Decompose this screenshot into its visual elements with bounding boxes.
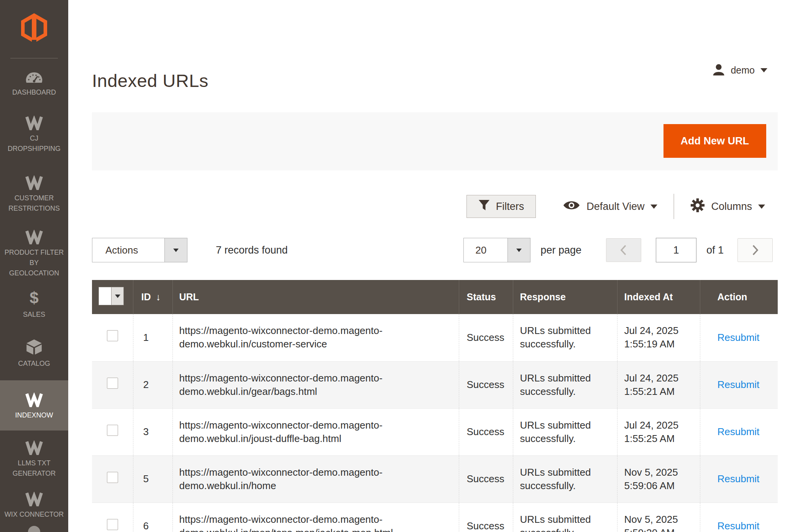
select-all-checkbox[interactable] [99,287,111,305]
row-checkbox[interactable] [107,519,118,530]
sidebar-item-llms-txt-generator[interactable]: LLMS TXT GENERATOR [0,438,68,479]
grid-view-toolbar: Filters Default View [466,193,765,220]
sidebar-item-wix-connector[interactable]: WIX CONNECTOR [0,489,68,520]
dollar-icon: $ [0,290,68,306]
resubmit-link[interactable]: Resubmit [718,379,760,390]
cell-status: Success [459,314,513,361]
cell-indexed-at: Nov 5, 2025 5:59:30 AM [617,503,700,532]
cell-url: https://magento-wixconnector-demo.magent… [172,361,459,408]
view-selector[interactable]: Default View [563,200,657,214]
row-checkbox[interactable] [107,378,118,389]
table-row: 6 https://magento-wixconnector-demo.mage… [92,503,778,532]
column-header-action[interactable]: Action [700,280,778,314]
filter-funnel-icon [478,200,490,214]
cell-id: 3 [133,408,172,455]
column-header-id[interactable]: ID ↓ [133,280,172,314]
cell-indexed-at: Jul 24, 2025 1:55:25 AM [617,408,700,455]
add-new-url-button[interactable]: Add New URL [663,124,767,158]
column-header-status[interactable]: Status [459,280,513,314]
magento-logo-icon[interactable] [21,13,47,45]
cell-status: Success [459,455,513,503]
row-checkbox[interactable] [107,330,118,341]
table-row: 2 https://magento-wixconnector-demo.mage… [92,361,778,408]
cell-indexed-at: Nov 5, 2025 5:59:06 AM [617,455,700,503]
column-header-indexed-at[interactable]: Indexed At [617,280,700,314]
dropdown-arrow [507,238,530,262]
sidebar-item-label: PRODUCT FILTER BY GEOLOCATION [4,247,64,278]
dropdown-arrow [164,238,187,262]
resubmit-link[interactable]: Resubmit [718,473,760,485]
filters-button[interactable]: Filters [466,195,536,218]
resubmit-link[interactable]: Resubmit [718,520,760,532]
per-page-value: 20 [464,238,507,262]
user-name: demo [731,65,755,76]
sidebar-item-label: WIX CONNECTOR [4,509,64,520]
sidebar-item-catalog[interactable]: CATALOG [0,339,68,369]
per-page-dropdown[interactable]: 20 [463,238,530,262]
sidebar-item-label: LLMS TXT GENERATOR [4,458,64,479]
grid-header-row: ID ↓ URL Status Response Indexed At Acti… [92,280,778,314]
select-all-dropdown[interactable] [99,287,124,305]
webkul-w-icon [0,113,68,130]
sidebar-item-product-filter-by-geolocation[interactable]: PRODUCT FILTER BY GEOLOCATION [0,228,68,278]
resubmit-link[interactable]: Resubmit [718,332,760,343]
actions-dropdown[interactable]: Actions [92,238,187,262]
sidebar-divider [10,58,58,59]
cell-url: https://magento-wixconnector-demo.magent… [172,314,459,361]
webkul-w-icon [0,489,68,506]
cell-status: Success [459,408,513,455]
cell-response: URLs submitted successfully. [513,314,617,361]
cell-response: URLs submitted successfully. [513,455,617,503]
chevron-down-icon [650,205,657,209]
webkul-w-icon [0,438,68,455]
row-checkbox[interactable] [107,472,118,483]
gear-icon [690,198,705,215]
cell-status: Success [459,361,513,408]
column-header-url[interactable]: URL [172,280,459,314]
per-page-label: per page [540,244,581,256]
sidebar-item-label: DASHBOARD [4,87,64,98]
webkul-w-icon [0,173,68,190]
pagination: 20 per page of 1 [463,238,773,262]
sidebar-item-customer-restrictions[interactable]: CUSTOMER RESTRICTIONS [0,173,68,214]
sidebar-item-indexnow[interactable]: INDEXNOW [0,380,68,431]
total-pages-label: of 1 [706,244,724,256]
cell-response: URLs submitted successfully. [513,361,617,408]
chevron-down-icon [760,68,767,72]
chevron-down-icon [758,205,765,209]
sidebar-item-cj-dropshipping[interactable]: CJ DROPSHIPPING [0,113,68,154]
cell-response: URLs submitted successfully. [513,408,617,455]
user-icon [713,64,725,77]
sidebar-item-sales[interactable]: $ SALES [0,290,68,320]
user-menu[interactable]: demo [713,64,767,77]
sidebar-partial-icon [28,526,40,532]
indexed-urls-grid: ID ↓ URL Status Response Indexed At Acti… [92,280,778,532]
sidebar: DASHBOARD CJ DROPSHIPPING CUSTOMER RESTR… [0,0,68,532]
select-all-arrow[interactable] [111,287,123,305]
previous-page-button[interactable] [606,238,641,262]
cell-url: https://magento-wixconnector-demo.magent… [172,455,459,503]
cell-url: https://magento-wixconnector-demo.magent… [172,408,459,455]
cell-id: 2 [133,361,172,408]
sidebar-item-dashboard[interactable]: DASHBOARD [0,67,68,98]
row-checkbox[interactable] [107,425,118,436]
cell-indexed-at: Jul 24, 2025 1:55:19 AM [617,314,700,361]
next-page-button[interactable] [737,238,773,262]
eye-icon [563,200,580,214]
sidebar-item-label: INDEXNOW [4,410,64,421]
cell-url: https://magento-wixconnector-demo.magent… [172,503,459,532]
webkul-w-icon [0,390,68,407]
cell-status: Success [459,503,513,532]
sidebar-item-label: SALES [4,309,64,320]
column-header-response[interactable]: Response [513,280,617,314]
records-count: 7 records found [216,238,288,262]
page-actions-bar: Add New URL [92,112,778,170]
sidebar-item-label: CATALOG [4,358,64,369]
cell-id: 5 [133,455,172,503]
cell-response: URLs submitted successfully. [513,503,617,532]
columns-selector-label: Columns [711,201,752,213]
resubmit-link[interactable]: Resubmit [718,426,760,437]
columns-selector[interactable]: Columns [690,198,765,215]
page-number-input[interactable] [656,238,696,262]
webkul-w-icon [0,228,68,244]
